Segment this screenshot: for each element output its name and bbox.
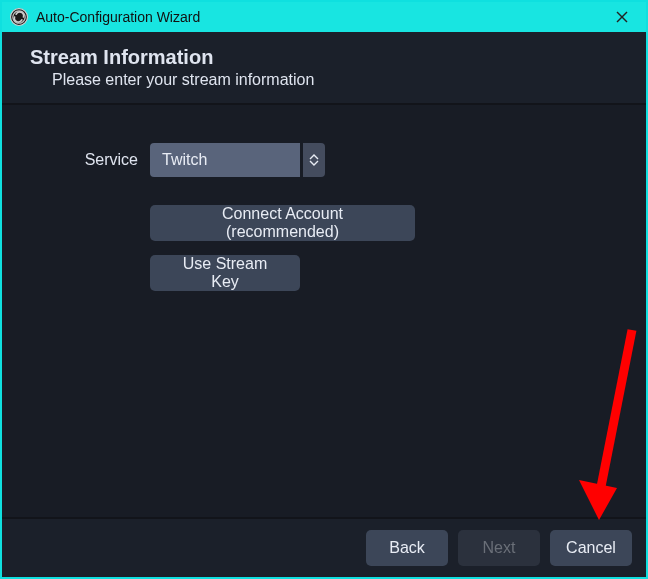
service-select-value[interactable]: Twitch	[150, 143, 300, 177]
next-button: Next	[458, 530, 540, 566]
service-row: Service Twitch	[32, 143, 616, 177]
obs-app-icon	[10, 8, 28, 26]
wizard-footer: Back Next Cancel	[2, 517, 646, 577]
window-close-button[interactable]	[604, 5, 640, 29]
connect-account-button[interactable]: Connect Account (recommended)	[150, 205, 415, 241]
service-select[interactable]: Twitch	[150, 143, 325, 177]
wizard-body: Service Twitch Connect Account (recommen…	[2, 105, 646, 517]
use-stream-key-button[interactable]: Use Stream Key	[150, 255, 300, 291]
service-select-stepper[interactable]	[303, 143, 325, 177]
close-icon	[616, 10, 628, 25]
wizard-window: Auto-Configuration Wizard Stream Informa…	[0, 0, 648, 579]
window-title: Auto-Configuration Wizard	[36, 9, 604, 25]
wizard-header: Stream Information Please enter your str…	[2, 32, 646, 105]
page-title: Stream Information	[30, 46, 626, 69]
service-label: Service	[32, 151, 150, 169]
auth-button-stack: Connect Account (recommended) Use Stream…	[150, 205, 616, 291]
back-button[interactable]: Back	[366, 530, 448, 566]
page-subtitle: Please enter your stream information	[52, 71, 626, 89]
titlebar: Auto-Configuration Wizard	[2, 2, 646, 32]
cancel-button[interactable]: Cancel	[550, 530, 632, 566]
chevron-down-icon	[309, 160, 319, 166]
